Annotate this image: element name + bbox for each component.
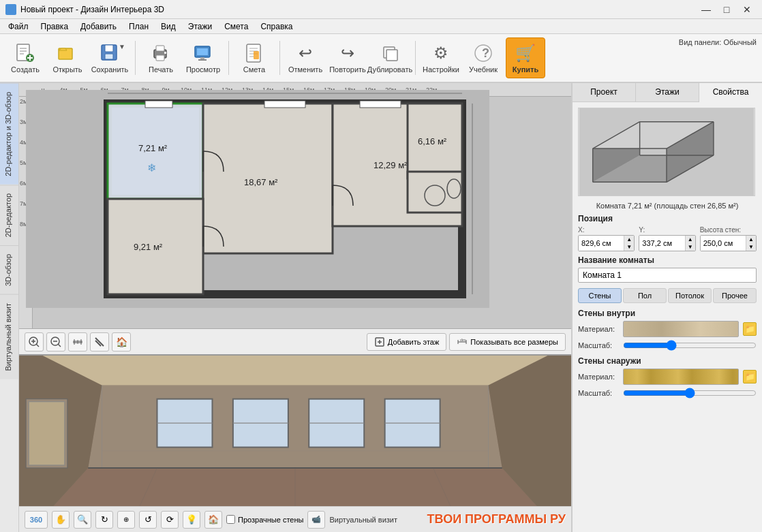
floor-plan-svg[interactable]: 7,21 м² ❄ 18,67 м² 12,29 м² 6,16 м² [26, 90, 489, 308]
duplicate-button[interactable]: Дублировать [370, 37, 410, 78]
menu-plan[interactable]: План [123, 20, 154, 33]
menu-estimate[interactable]: Смета [219, 20, 254, 33]
zoom-in-button[interactable] [25, 332, 44, 351]
room-name-input[interactable] [578, 268, 757, 283]
minimize-button[interactable]: — [697, 2, 716, 17]
walls-inside-scale-row: Масштаб: [578, 340, 757, 351]
transparent-walls-input[interactable] [226, 515, 235, 524]
x-input[interactable] [579, 236, 624, 251]
svg-rect-12 [156, 46, 164, 51]
measure-button[interactable] [68, 332, 87, 351]
create-button[interactable]: Создать [5, 37, 45, 78]
y-label: Y: [639, 226, 695, 234]
maximize-button[interactable]: □ [717, 2, 736, 17]
svg-marker-84 [19, 356, 571, 385]
settings-button[interactable]: ⚙ Настройки [421, 37, 461, 78]
tab-other[interactable]: Прочее [713, 288, 757, 303]
open-label: Открыть [52, 65, 82, 74]
tab-properties[interactable]: Свойства [699, 83, 762, 102]
undo-button[interactable]: ↩ Отменить [286, 37, 325, 78]
close-button[interactable]: ✕ [737, 2, 757, 17]
menu-edit[interactable]: Правка [35, 20, 74, 33]
save-button[interactable]: Сохранить ▼ [90, 37, 129, 78]
open-icon [57, 42, 78, 64]
preview-room-label: Комната 7,21 м² (площадь стен 26,85 м²) [578, 202, 757, 210]
redo-button[interactable]: ↪ Повторить [328, 37, 367, 78]
home-3d-button[interactable]: 🏠 [204, 511, 222, 529]
pan-button[interactable]: ✋ [52, 511, 70, 529]
tutorial-button[interactable]: ? Учебник [463, 37, 503, 78]
panel-view-label: Вид панели: Обычный [679, 38, 757, 46]
save-icon [99, 42, 121, 64]
svg-rect-10 [105, 54, 113, 59]
light-button[interactable]: 💡 [183, 511, 200, 529]
transparent-walls-checkbox[interactable]: Прозрачные стены [226, 515, 303, 524]
tab-3d[interactable]: 3D-обзор [0, 245, 18, 294]
open-button[interactable]: Открыть [48, 37, 87, 78]
wh-up[interactable]: ▲ [746, 236, 756, 243]
y-input[interactable] [639, 236, 684, 251]
buy-icon: 🛒 [515, 42, 536, 64]
x-field: X: ▲ ▼ [578, 226, 635, 251]
tab-floor[interactable]: Пол [623, 288, 667, 303]
rotate-ccw[interactable]: ⟳ [161, 511, 179, 529]
wall-height-field: Высота стен: ▲ ▼ [700, 226, 757, 251]
x-down[interactable]: ▼ [624, 243, 634, 251]
walls-outside-folder-button[interactable]: 📁 [743, 370, 757, 384]
zoom-out-button[interactable] [46, 332, 65, 351]
wh-down[interactable]: ▼ [746, 243, 756, 251]
editor-2d[interactable]: ч 4м 5м 6м 7м 8м 9м 10м 11м 12м 13м 14м … [19, 83, 571, 356]
svg-text:dim: dim [460, 338, 466, 342]
menu-view[interactable]: Вид [155, 20, 181, 33]
show-dims-button[interactable]: dim Показывать все размеры [449, 333, 566, 351]
svg-line-65 [58, 344, 61, 347]
menu-floors[interactable]: Этажи [183, 20, 217, 33]
view-3d[interactable]: 360 ✋ 🔍 ↻ ⊕ ↺ ⟳ 💡 🏠 Прозрачные стены 📹 В… [19, 356, 571, 532]
buy-button[interactable]: 🛒 Купить [506, 37, 545, 78]
tab-2d-3d[interactable]: 2D-редактор и 3D-обзор [0, 83, 18, 185]
rotate-cw[interactable]: ↺ [139, 511, 157, 529]
zoom-in-3d[interactable]: 🔍 [74, 511, 91, 529]
y-up[interactable]: ▲ [686, 236, 695, 243]
360-button[interactable]: 360 [25, 511, 48, 529]
position-title: Позиция [578, 214, 757, 223]
room-name-title: Название комнаты [578, 255, 757, 265]
walls-outside-scale-slider[interactable] [623, 388, 757, 398]
menu-file[interactable]: Файл [3, 20, 34, 33]
y-down[interactable]: ▼ [686, 243, 695, 251]
walls-inside-material-row: Материал: 📁 [578, 321, 757, 337]
tab-ceiling[interactable]: Потолок [668, 288, 712, 303]
svg-rect-51 [264, 101, 305, 108]
estimate-button[interactable]: Смета [234, 37, 274, 78]
move-button[interactable]: ⊕ [117, 511, 135, 529]
menu-help[interactable]: Справка [255, 20, 298, 33]
home-button[interactable]: 🏠 [112, 332, 131, 351]
walls-inside-scale-slider[interactable] [623, 340, 757, 351]
tutorial-icon: ? [472, 42, 494, 64]
tab-2d[interactable]: 2D-редактор [0, 185, 18, 245]
titlebar-controls[interactable]: — □ ✕ [697, 2, 757, 17]
right-panel: Проект Этажи Свойства [571, 83, 762, 532]
add-floor-button[interactable]: Добавить этаж [367, 333, 446, 351]
wall-height-input[interactable] [701, 236, 746, 251]
erase-button[interactable] [90, 332, 109, 351]
x-up[interactable]: ▲ [624, 236, 634, 243]
tab-walls[interactable]: Стены [578, 288, 622, 303]
settings-icon: ⚙ [430, 42, 452, 64]
tutorial-label: Учебник [469, 65, 498, 74]
tab-floors[interactable]: Этажи [636, 83, 699, 101]
tab-project[interactable]: Проект [573, 83, 636, 101]
rotate-button[interactable]: ↻ [95, 511, 113, 529]
editor-toolbar: 🏠 Добавить этаж dim Показывать все разме… [19, 328, 571, 354]
floor-plan[interactable]: 7,21 м² ❄ 18,67 м² 12,29 м² 6,16 м² [26, 90, 503, 315]
walls-outside-mat-preview [623, 369, 739, 385]
walls-inside-folder-button[interactable]: 📁 [743, 322, 757, 336]
print-button[interactable]: Печать [141, 37, 181, 78]
undo-label: Отменить [288, 65, 322, 74]
menu-add[interactable]: Добавить [75, 20, 122, 33]
video-button[interactable]: 📹 [307, 511, 325, 529]
tab-virtual-visit[interactable]: Виртуальный визит [0, 294, 18, 379]
settings-label: Настройки [423, 65, 459, 74]
print-icon [150, 42, 172, 64]
preview-button[interactable]: Просмотр [183, 37, 223, 78]
